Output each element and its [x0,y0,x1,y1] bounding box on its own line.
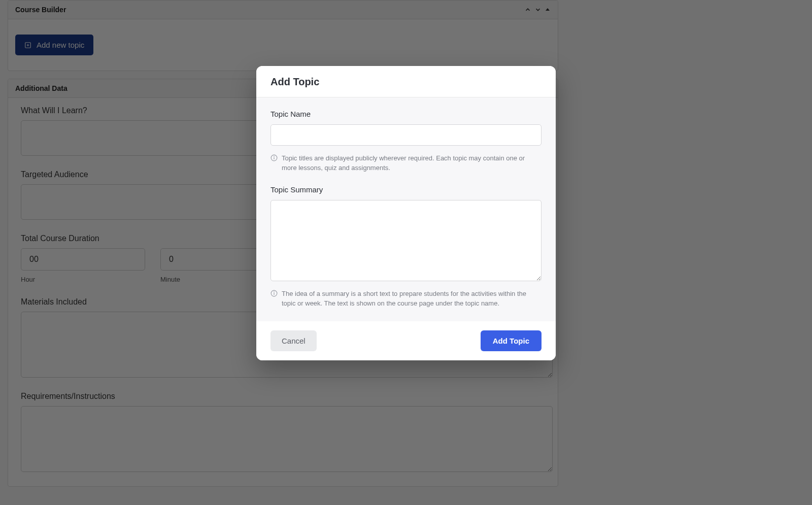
add-topic-modal: Add Topic Topic Name Topic titles are di… [256,66,556,360]
topic-summary-label: Topic Summary [270,185,542,194]
cancel-button[interactable]: Cancel [270,330,317,351]
info-icon [270,154,278,173]
topic-name-label: Topic Name [270,110,542,118]
svg-point-10 [274,291,275,292]
svg-point-7 [274,156,275,157]
topic-name-input[interactable] [270,124,542,146]
modal-title: Add Topic [270,76,542,88]
add-topic-confirm-button[interactable]: Add Topic [481,330,542,351]
info-icon [270,290,278,309]
modal-overlay[interactable]: Add Topic Topic Name Topic titles are di… [0,0,812,505]
topic-summary-input[interactable] [270,200,542,281]
topic-summary-hint: The idea of a summary is a short text to… [282,289,542,309]
topic-name-hint: Topic titles are displayed publicly wher… [282,154,542,173]
